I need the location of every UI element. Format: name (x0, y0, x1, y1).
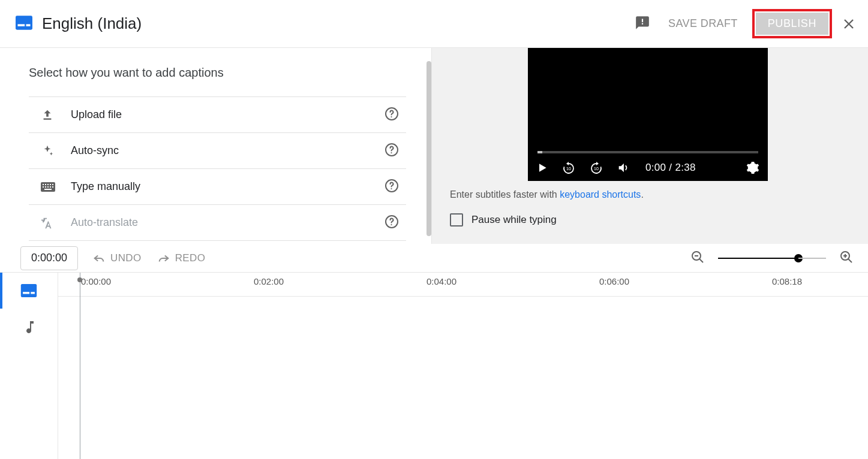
close-icon[interactable] (842, 17, 856, 31)
dialog-title: English (India) (42, 14, 142, 33)
caption-method-panel: Select how you want to add captions Uplo… (0, 48, 432, 244)
svg-rect-30 (21, 284, 37, 297)
option-type-manually[interactable]: Type manually (29, 169, 406, 205)
progress-bar[interactable] (537, 151, 758, 153)
gear-icon[interactable] (746, 161, 759, 174)
captions-icon (16, 16, 32, 32)
timeline-body[interactable]: 0:00:00 0:02:00 0:04:00 0:06:00 0:08:18 (58, 273, 868, 459)
help-icon[interactable] (385, 179, 399, 195)
save-draft-button[interactable]: SAVE DRAFT (668, 17, 738, 30)
pause-while-typing-checkbox[interactable] (450, 213, 463, 227)
svg-text:10: 10 (594, 167, 599, 171)
scrollbar[interactable] (427, 61, 431, 236)
svg-rect-17 (45, 186, 46, 188)
svg-rect-16 (43, 186, 44, 188)
forward-10-icon[interactable]: 10 (589, 161, 603, 175)
svg-rect-5 (44, 118, 52, 119)
svg-rect-31 (23, 292, 29, 294)
option-auto-translate: Auto-translate (29, 205, 406, 241)
ruler-tick: 0:02:00 (254, 276, 284, 286)
option-label: Auto-sync (71, 144, 385, 157)
ruler-tick: 0:08:18 (772, 276, 802, 286)
option-upload-file[interactable]: Upload file (29, 97, 406, 133)
option-label: Type manually (71, 180, 385, 193)
option-label: Auto-translate (71, 216, 385, 229)
sparkle-icon (41, 144, 58, 158)
option-auto-sync[interactable]: Auto-sync (29, 133, 406, 169)
zoom-in-icon[interactable] (839, 250, 854, 267)
player-time: 0:00 / 2:38 (645, 162, 696, 174)
timeline-toolbar: UNDO REDO (0, 244, 868, 272)
svg-text:10: 10 (566, 167, 571, 171)
rewind-10-icon[interactable]: 10 (561, 161, 576, 175)
play-icon[interactable] (536, 162, 548, 174)
preview-panel: 10 10 0:00 / 2:38 Enter subtitles faster… (432, 48, 868, 244)
svg-rect-13 (47, 184, 49, 185)
volume-icon[interactable] (617, 161, 630, 174)
svg-rect-15 (52, 184, 53, 185)
header-bar: English (India) SAVE DRAFT PUBLISH (0, 0, 868, 48)
ruler-tick: 0:06:00 (599, 276, 629, 286)
svg-rect-21 (44, 189, 52, 190)
pause-while-typing-label: Pause while typing (471, 214, 557, 226)
zoom-slider[interactable] (718, 258, 826, 259)
help-icon[interactable] (385, 143, 399, 159)
svg-point-7 (391, 116, 392, 117)
svg-rect-0 (16, 16, 32, 29)
redo-button[interactable]: REDO (157, 252, 206, 264)
upload-icon (41, 108, 58, 122)
video-player[interactable]: 10 10 0:00 / 2:38 (528, 48, 768, 181)
keyboard-shortcuts-link[interactable]: keyboard shortcuts (560, 189, 641, 200)
svg-rect-11 (43, 184, 44, 185)
zoom-out-icon[interactable] (690, 250, 705, 267)
publish-highlight: PUBLISH (752, 9, 832, 38)
timeline: 0:00:00 0:02:00 0:04:00 0:06:00 0:08:18 (0, 272, 868, 459)
svg-rect-3 (642, 19, 643, 22)
zoom-slider-thumb[interactable] (794, 254, 803, 262)
svg-rect-19 (50, 186, 51, 188)
timeline-ruler[interactable]: 0:00:00 0:02:00 0:04:00 0:06:00 0:08:18 (58, 273, 868, 297)
translate-icon (41, 216, 58, 230)
svg-rect-20 (52, 186, 53, 188)
svg-rect-1 (18, 24, 25, 26)
svg-point-25 (391, 224, 392, 225)
svg-rect-4 (642, 23, 643, 24)
playhead[interactable] (80, 273, 80, 459)
publish-button[interactable]: PUBLISH (756, 13, 828, 35)
help-icon[interactable] (385, 107, 399, 123)
svg-rect-18 (47, 186, 49, 188)
playhead-time-input[interactable] (20, 246, 78, 270)
svg-rect-12 (45, 184, 46, 185)
help-icon[interactable] (385, 215, 399, 231)
panel-heading: Select how you want to add captions (29, 66, 406, 80)
svg-rect-32 (31, 292, 35, 294)
svg-point-9 (391, 152, 392, 153)
svg-point-23 (391, 188, 392, 189)
ruler-tick: 0:04:00 (427, 276, 456, 286)
feedback-icon[interactable] (635, 15, 650, 33)
option-label: Upload file (71, 108, 385, 121)
svg-rect-14 (50, 184, 51, 185)
timeline-tab-audio[interactable] (0, 309, 58, 345)
timeline-tab-captions[interactable] (0, 273, 58, 309)
undo-button[interactable]: UNDO (92, 252, 142, 264)
keyboard-icon (41, 182, 58, 192)
shortcut-hint: Enter subtitles faster with keyboard sho… (450, 189, 868, 200)
svg-rect-2 (26, 24, 31, 26)
ruler-tick: 0:00:00 (81, 276, 111, 286)
